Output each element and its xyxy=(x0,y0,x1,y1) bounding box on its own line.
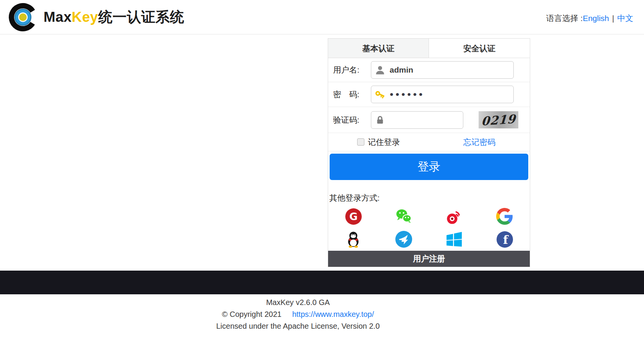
footer: MaxKey v2.6.0 GA © Copyright 2021https:/… xyxy=(0,297,596,332)
footer-copyright-line: © Copyright 2021https://www.maxkey.top/ xyxy=(0,308,596,320)
language-link-chinese[interactable]: 中文 xyxy=(617,14,633,23)
social-login-grid: G xyxy=(328,205,530,251)
gitee-login-button[interactable]: G xyxy=(328,205,379,228)
google-login-button[interactable] xyxy=(479,205,530,228)
key-icon xyxy=(375,89,385,99)
google-icon xyxy=(496,208,513,225)
language-separator: | xyxy=(612,14,614,23)
register-button[interactable]: 用户注册 xyxy=(328,251,530,267)
username-row: 用户名: admin xyxy=(328,58,530,82)
qq-login-button[interactable] xyxy=(328,228,379,251)
username-value: admin xyxy=(390,65,413,75)
dingtalk-icon xyxy=(395,230,413,248)
gitee-icon: G xyxy=(345,208,362,225)
facebook-icon: f xyxy=(496,231,513,248)
login-button[interactable]: 登录 xyxy=(330,154,528,180)
title-suffix: 统一认证系统 xyxy=(98,9,184,25)
windows-login-button[interactable] xyxy=(429,228,479,251)
password-input[interactable]: ●●●●●● xyxy=(371,86,514,103)
dingtalk-login-button[interactable] xyxy=(379,228,429,251)
captcha-row: 验证码: 0219 xyxy=(328,107,530,133)
other-login-label: 其他登录方式: xyxy=(328,193,530,203)
header: MaxKey统一认证系统 语言选择 :English|中文 xyxy=(0,0,644,34)
weibo-icon xyxy=(445,208,463,225)
footer-site-link[interactable]: https://www.maxkey.top/ xyxy=(292,310,374,318)
language-label: 语言选择 : xyxy=(546,14,583,23)
wechat-login-button[interactable] xyxy=(379,205,429,228)
weibo-login-button[interactable] xyxy=(429,205,479,228)
footer-divider-band xyxy=(0,271,644,294)
footer-version: MaxKey v2.6.0 GA xyxy=(0,297,596,308)
svg-text:G: G xyxy=(349,210,358,222)
forgot-password-link[interactable]: 忘记密码 xyxy=(463,137,495,148)
password-label: 密 码: xyxy=(328,89,371,100)
tab-basic-auth[interactable]: 基本认证 xyxy=(328,39,429,58)
captcha-input[interactable] xyxy=(371,111,463,129)
captcha-code: 0219 xyxy=(481,112,516,128)
tab-secure-auth[interactable]: 安全认证 xyxy=(429,39,530,58)
title-key: Key xyxy=(71,9,98,25)
password-row: 密 码: ●●●●●● xyxy=(328,82,530,107)
username-label: 用户名: xyxy=(328,65,371,75)
language-link-english[interactable]: English xyxy=(583,14,609,23)
page-title: MaxKey统一认证系统 xyxy=(44,0,184,34)
footer-copyright-text: © Copyright 2021 xyxy=(222,310,282,318)
auth-tabs: 基本认证 安全认证 xyxy=(328,38,530,58)
windows-icon xyxy=(446,231,463,248)
remember-checkbox[interactable] xyxy=(357,138,364,146)
lock-icon xyxy=(375,115,385,125)
qq-icon xyxy=(345,230,362,248)
svg-text:f: f xyxy=(503,232,508,246)
footer-license: Licensed under the Apache License, Versi… xyxy=(0,320,596,332)
options-row: 记住登录 忘记密码 xyxy=(328,133,530,151)
remember-label: 记住登录 xyxy=(368,137,400,148)
user-icon xyxy=(375,65,385,75)
wechat-icon xyxy=(395,208,413,225)
login-panel: 基本认证 安全认证 用户名: admin 密 码: ●●●●●● xyxy=(328,38,530,267)
captcha-image[interactable]: 0219 xyxy=(479,111,518,128)
username-input[interactable]: admin xyxy=(371,61,514,79)
captcha-label: 验证码: xyxy=(328,115,371,125)
language-selector: 语言选择 :English|中文 xyxy=(546,0,633,34)
title-max: Max xyxy=(44,9,71,25)
facebook-login-button[interactable]: f xyxy=(479,228,530,251)
password-value: ●●●●●● xyxy=(390,91,425,98)
maxkey-logo-icon xyxy=(8,2,38,32)
